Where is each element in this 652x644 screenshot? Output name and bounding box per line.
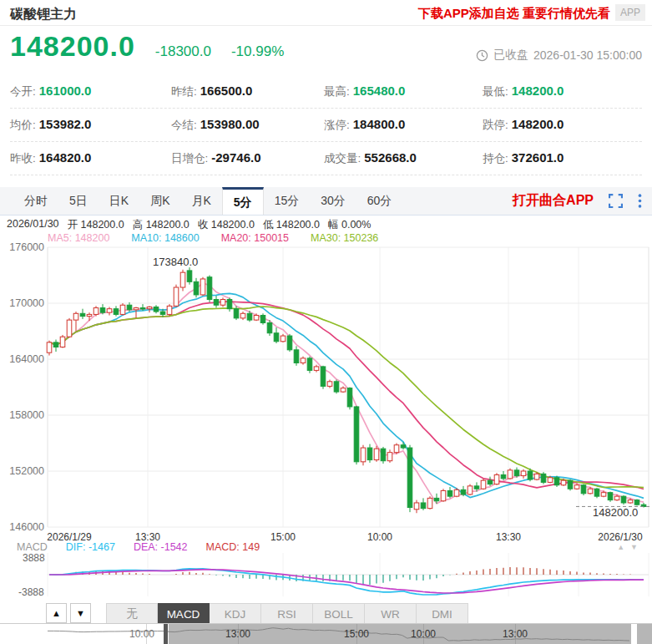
stat-value: -29746.0 — [211, 150, 260, 165]
macd-scroll-arrows[interactable]: ▲▼ — [617, 543, 644, 551]
stat-今开: 今开:161000.0 — [10, 84, 171, 99]
x-tick: 15:00 — [270, 531, 296, 543]
stat-value: 165480.0 — [353, 84, 406, 98]
stat-value: 148200.0 — [512, 117, 564, 131]
time-navigator[interactable]: 10:0013:0015:0010:0013:00 — [0, 623, 652, 644]
navigator-time-label: 13:00 — [225, 628, 250, 640]
market-status: 已收盘 2026-01-30 15:00:00 — [476, 48, 642, 63]
svg-text:173840.0: 173840.0 — [153, 256, 198, 268]
download-app-link[interactable]: 下载APP添加自选 重要行情优先看 — [418, 6, 610, 22]
close-datetime: 2026-01-30 15:00:00 — [533, 48, 642, 62]
price-change-percent: -10.99% — [231, 43, 284, 60]
open-app-link[interactable]: 打开曲合APP — [513, 192, 594, 210]
stat-value: 184800.0 — [353, 117, 406, 131]
app-header: 碳酸锂主力 下载APP添加自选 重要行情优先看 APP — [0, 0, 652, 26]
stat-value: 153980.00 — [200, 117, 260, 131]
indicator-tab-RSI[interactable]: RSI — [261, 603, 313, 625]
stats-row: 昨收:164820.0日增仓:-29746.0成交量:552668.0持仓:37… — [10, 142, 642, 175]
indicator-tab-BOLL[interactable]: BOLL — [313, 603, 365, 625]
ohlc-part: 2026/01/30 — [7, 218, 59, 232]
ohlc-part: 低 148200.0 — [263, 218, 320, 232]
stat-label: 成交量: — [324, 152, 361, 165]
collapse-up-button[interactable]: ▲ — [46, 603, 67, 623]
indicator-tabs: 无MACDKDJRSIBOLLWRDMI — [106, 603, 468, 625]
down-triangle-icon[interactable]: ▼ — [630, 543, 644, 551]
navigator-time-label: 15:00 — [344, 628, 369, 640]
stat-最低: 最低:148200.0 — [483, 84, 642, 99]
stats-row: 均价:153982.0今结:153980.00涨停:184800.0跌停:148… — [10, 109, 642, 142]
stat-持仓: 持仓:372601.0 — [483, 150, 642, 166]
ohlc-part: 开 148200.0 — [68, 218, 124, 232]
stat-label: 日增仓: — [171, 152, 208, 165]
status-label: 已收盘 — [493, 48, 528, 63]
stat-label: 昨结: — [171, 85, 197, 98]
svg-text:152000: 152000 — [9, 465, 44, 477]
tab-60分[interactable]: 60分 — [356, 187, 403, 215]
svg-text:176000: 176000 — [9, 241, 44, 253]
stat-成交量: 成交量:552668.0 — [324, 150, 483, 166]
tab-15分[interactable]: 15分 — [264, 187, 311, 215]
up-triangle-icon[interactable]: ▲ — [617, 543, 630, 551]
collapse-down-button[interactable]: ▼ — [70, 603, 91, 623]
stat-昨结: 昨结:166500.0 — [171, 84, 324, 99]
ohlc-part: 幅 0.00% — [328, 218, 371, 232]
x-tick: 2026/1/30 — [598, 531, 642, 543]
indicator-tab-MACD[interactable]: MACD — [158, 603, 210, 625]
stat-今结: 今结:153980.00 — [171, 117, 324, 133]
kline-chart[interactable]: 1760001700001640001580001520001460001738… — [0, 241, 652, 535]
tab-5分[interactable]: 5分 — [222, 187, 264, 215]
tab-30分[interactable]: 30分 — [310, 187, 356, 215]
stat-label: 今结: — [171, 119, 197, 131]
ohlc-part: 收 148200.0 — [198, 218, 255, 232]
macd-chart[interactable] — [0, 551, 652, 598]
tab-周K[interactable]: 周K — [139, 187, 180, 215]
last-price: 148200.0 — [10, 30, 135, 63]
indicator-tab-WR[interactable]: WR — [365, 603, 417, 625]
price-panel: 148200.0 -18300.0 -10.99% — [10, 30, 284, 63]
stat-value: 161000.0 — [39, 84, 92, 98]
navigator-time-label: 10:00 — [411, 628, 436, 640]
stat-value: 164820.0 — [39, 150, 92, 165]
stat-label: 最低: — [483, 85, 508, 98]
indicator-tab-无[interactable]: 无 — [106, 603, 158, 625]
tab-5日[interactable]: 5日 — [58, 187, 99, 215]
stats-row: 今开:161000.0昨结:166500.0最高:165480.0最低:1482… — [10, 75, 642, 109]
svg-text:158000: 158000 — [9, 409, 44, 421]
navigator-drag-handle[interactable] — [164, 624, 168, 644]
stat-均价: 均价:153982.0 — [10, 117, 171, 133]
stats-grid: 今开:161000.0昨结:166500.0最高:165480.0最低:1482… — [10, 75, 642, 175]
ohlc-part: 高 148200.0 — [133, 218, 190, 232]
stat-日增仓: 日增仓:-29746.0 — [171, 150, 324, 166]
kebab-menu-icon[interactable] — [638, 194, 642, 208]
stat-label: 昨收: — [10, 152, 36, 165]
stat-label: 最高: — [324, 85, 350, 98]
tab-日K[interactable]: 日K — [99, 187, 139, 215]
navigator-right-block[interactable] — [637, 624, 652, 644]
app-badge[interactable]: APP — [615, 4, 645, 21]
stat-跌停: 跌停:148200.0 — [483, 117, 642, 133]
stat-label: 涨停: — [324, 119, 350, 131]
clock-icon — [476, 49, 488, 62]
stat-value: 166500.0 — [200, 84, 253, 98]
indicator-tab-KDJ[interactable]: KDJ — [210, 603, 261, 625]
stat-value: 153982.0 — [39, 117, 92, 131]
navigator-time-label: 13:00 — [503, 628, 528, 640]
tabbar-spacer — [0, 187, 13, 215]
indicator-tabbar: ▲ ▼ 无MACDKDJRSIBOLLWRDMI — [0, 603, 652, 625]
stat-label: 跌停: — [483, 119, 508, 131]
svg-text:148200.0: 148200.0 — [593, 506, 638, 519]
stat-最高: 最高:165480.0 — [324, 84, 483, 99]
indicator-tab-DMI[interactable]: DMI — [417, 603, 468, 625]
stat-label: 均价: — [10, 119, 36, 131]
stat-昨收: 昨收:164820.0 — [10, 150, 171, 166]
svg-text:170000: 170000 — [9, 297, 44, 309]
ohlc-info-line: 2026/01/30开 148200.0高 148200.0收 148200.0… — [7, 218, 371, 232]
stat-label: 持仓: — [483, 152, 508, 165]
stat-value: 372601.0 — [512, 150, 564, 165]
tab-月K[interactable]: 月K — [180, 187, 221, 215]
stat-value: 552668.0 — [364, 150, 417, 165]
contract-title: 碳酸锂主力 — [10, 6, 77, 23]
fullscreen-icon[interactable] — [609, 194, 623, 208]
tab-分时[interactable]: 分时 — [13, 187, 58, 215]
navigator-time-label: 10:00 — [129, 628, 154, 640]
